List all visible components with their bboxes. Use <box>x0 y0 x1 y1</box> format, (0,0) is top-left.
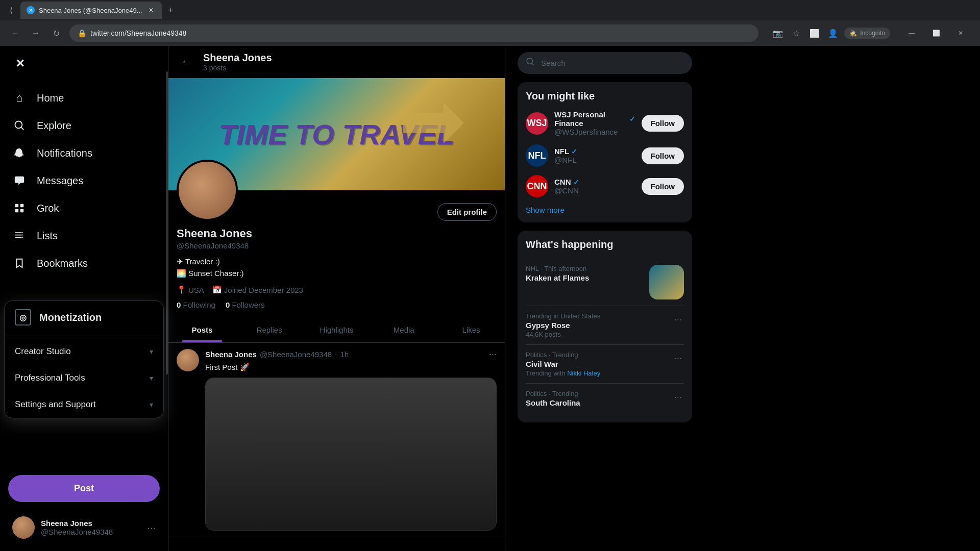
tweet-avatar <box>177 349 199 371</box>
browser-actions: 📷 ☆ ⬜ 👤 🕵 Incognito <box>771 26 890 40</box>
sidebar-item-lists[interactable]: Lists <box>4 222 164 249</box>
back-button[interactable]: ← <box>177 53 195 71</box>
follow-cnn-button[interactable]: Follow <box>642 178 684 195</box>
monetization-icon: ◎ <box>15 309 31 325</box>
trend-item-civil-war[interactable]: Politics · Trending Civil War Trending w… <box>526 345 684 384</box>
cnn-info: CNN ✓ @CNN <box>554 178 635 195</box>
trend-name: Gypsy Rose <box>526 321 672 330</box>
forward-button[interactable]: → <box>29 26 43 40</box>
url-display: twitter.com/SheenaJone49348 <box>90 29 186 37</box>
creator-studio-menu-item[interactable]: Creator Studio ▾ <box>5 338 163 365</box>
follow-nfl-button[interactable]: Follow <box>642 147 684 164</box>
following-label: Following <box>183 300 215 309</box>
tweet-author-info: Sheena Jones @SheenaJone49348 · 1h <box>205 350 349 359</box>
suggest-item-wsj: WSJ WSJ Personal Finance ✓ @WSJpersfinan… <box>526 110 684 136</box>
user-account[interactable]: Sheena Jones @SheenaJone49348 ··· <box>4 510 164 545</box>
minimize-button[interactable]: — <box>900 26 923 41</box>
reload-button[interactable]: ↻ <box>49 26 63 40</box>
profile-icon[interactable]: 👤 <box>826 26 840 40</box>
active-tab[interactable]: ✕ Sheena Jones (@SheenaJone49... ✕ <box>20 2 162 19</box>
location-text: USA <box>188 286 204 294</box>
address-bar[interactable]: 🔒 twitter.com/SheenaJone49348 <box>69 24 758 42</box>
tab-replies[interactable]: Replies <box>236 317 303 342</box>
creator-studio-label: Creator Studio <box>15 346 71 357</box>
trend-item-gypsy[interactable]: Trending in United States Gypsy Rose 44.… <box>526 306 684 345</box>
tweet-more-button[interactable]: ··· <box>489 349 497 360</box>
trend-meta: NHL · This afternoon <box>526 265 589 272</box>
camera-off-icon[interactable]: 📷 <box>771 26 785 40</box>
sidebar-item-explore[interactable]: Explore <box>4 112 164 139</box>
trend-name: South Carolina <box>526 398 672 407</box>
search-box[interactable] <box>518 52 692 74</box>
trend-meta: Politics · Trending <box>526 351 672 359</box>
messages-icon <box>12 173 27 188</box>
tab-likes[interactable]: Likes <box>437 317 505 342</box>
chevron-down-icon: ▾ <box>150 400 153 409</box>
tweet-image-content <box>206 378 496 530</box>
search-input[interactable] <box>541 59 684 67</box>
close-button[interactable]: ✕ <box>949 26 972 41</box>
sidebar-item-notifications[interactable]: Notifications <box>4 140 164 166</box>
following-stat[interactable]: 0 Following <box>177 300 215 309</box>
explore-icon <box>12 118 27 133</box>
followers-count: 0 <box>226 300 230 309</box>
chevron-down-icon: ▾ <box>150 347 153 356</box>
tweet-item[interactable]: Sheena Jones @SheenaJone49348 · 1h ··· F… <box>168 343 505 537</box>
professional-tools-label: Professional Tools <box>15 373 85 383</box>
trend-image <box>649 265 684 299</box>
sidebar-item-bookmarks[interactable]: Bookmarks <box>4 250 164 277</box>
trend-meta: Trending in United States <box>526 312 672 320</box>
monetization-menu-item[interactable]: ◎ Monetization <box>5 301 163 334</box>
user-more-options[interactable]: ··· <box>147 522 156 534</box>
sidebar-scrollbar[interactable] <box>166 46 168 551</box>
sidebar-item-grok[interactable]: Grok <box>4 195 164 221</box>
maximize-button[interactable]: ⬜ <box>925 26 947 41</box>
user-avatar <box>12 516 35 539</box>
tab-favicon: ✕ <box>27 6 35 14</box>
trend-more-button[interactable]: ··· <box>672 312 684 327</box>
trend-item-south-carolina[interactable]: Politics · Trending South Carolina ··· <box>526 384 684 414</box>
svg-rect-3 <box>20 209 23 212</box>
trend-more-button[interactable]: ··· <box>672 351 684 366</box>
professional-tools-menu-item[interactable]: Professional Tools ▾ <box>5 365 163 391</box>
tab-highlights[interactable]: Highlights <box>303 317 371 342</box>
split-view-icon[interactable]: ⬜ <box>807 26 822 40</box>
user-handle: @SheenaJone49348 <box>41 528 141 536</box>
followers-stat[interactable]: 0 Followers <box>226 300 265 309</box>
trend-item-kraken[interactable]: NHL · This afternoon Kraken at Flames <box>526 259 684 306</box>
tweet-header: Sheena Jones @SheenaJone49348 · 1h ··· <box>205 349 497 360</box>
sidebar-item-label: Grok <box>37 203 59 214</box>
trend-more-button[interactable]: ··· <box>672 390 684 405</box>
back-button[interactable]: ← <box>8 26 22 40</box>
tab-posts[interactable]: Posts <box>168 317 236 342</box>
followers-label: Followers <box>232 300 264 309</box>
banner-arrow-shape <box>403 103 464 143</box>
bookmarks-icon <box>12 256 27 270</box>
post-button[interactable]: Post <box>8 475 160 502</box>
tab-media[interactable]: Media <box>370 317 437 342</box>
search-icon <box>526 57 535 69</box>
cnn-handle: @CNN <box>554 186 635 195</box>
tab-close-button[interactable]: ✕ <box>146 6 156 15</box>
sidebar-item-home[interactable]: ⌂ Home <box>4 85 164 111</box>
follow-wsj-button[interactable]: Follow <box>642 115 684 132</box>
star-icon[interactable]: ☆ <box>789 26 803 40</box>
sidebar-item-messages[interactable]: Messages <box>4 167 164 194</box>
show-more-link[interactable]: Show more <box>526 206 684 214</box>
profile-info-section: Edit profile Sheena Jones @SheenaJone493… <box>168 160 505 317</box>
sidebar-logo[interactable]: ✕ <box>0 46 168 82</box>
nikki-haley-link[interactable]: Nikki Haley <box>567 369 600 377</box>
settings-support-menu-item[interactable]: Settings and Support ▾ <box>5 391 163 418</box>
tweet-image <box>205 378 497 531</box>
profile-post-count: 3 posts <box>203 64 272 72</box>
profile-bio: ✈ Traveler :) 🌅 Sunset Chaser:) <box>177 256 497 279</box>
x-logo[interactable]: ✕ <box>8 52 32 76</box>
tab-title: Sheena Jones (@SheenaJone49... <box>39 7 142 14</box>
incognito-label: Incognito <box>860 30 885 37</box>
edit-profile-button[interactable]: Edit profile <box>437 203 497 221</box>
dropdown-separator <box>5 336 163 336</box>
nfl-avatar: NFL <box>526 144 548 167</box>
profile-bio-line1: ✈ Traveler :) <box>177 256 497 268</box>
new-tab-button[interactable]: + <box>164 3 178 17</box>
browser-back[interactable]: ⟨ <box>4 3 18 17</box>
